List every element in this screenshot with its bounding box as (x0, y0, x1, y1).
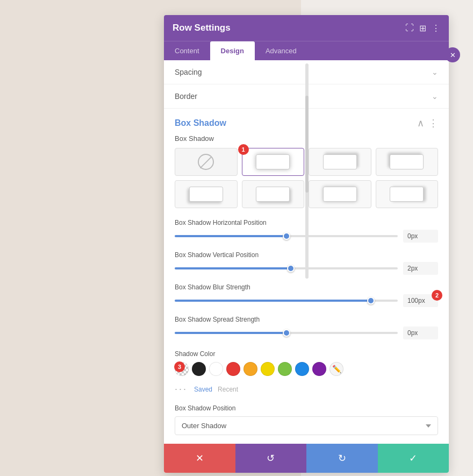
color-swatch-pencil[interactable]: ✏️ (329, 362, 343, 376)
slider-blur-thumb[interactable] (367, 297, 375, 304)
slider-spread-thumb[interactable] (283, 329, 290, 337)
color-swatch-checker[interactable]: 3 (175, 362, 189, 376)
slider-blur-fill (175, 300, 371, 302)
badge-3: 3 (174, 361, 185, 372)
color-swatch-purple[interactable] (312, 362, 326, 376)
tab-design[interactable]: Design (210, 41, 255, 60)
shadow-option-all-sides[interactable] (309, 180, 371, 208)
palette-tab-saved[interactable]: Saved (194, 386, 212, 393)
panel-header: Row Settings ⛶ ⊞ ⋮ (164, 15, 449, 41)
slider-spread-fill (175, 332, 286, 334)
more-icon[interactable]: ⋮ (432, 23, 440, 33)
shadow-option-right-only[interactable] (376, 180, 439, 208)
slider-horizontal-track[interactable] (175, 235, 398, 237)
shadow-inner-all-sides (323, 187, 357, 202)
box-shadow-controls: ∧ ⋮ (417, 117, 438, 129)
shadow-inner-top-left (390, 154, 424, 169)
slider-blur-track[interactable] (175, 300, 398, 302)
panel-title: Row Settings (173, 23, 231, 33)
tab-content[interactable]: Content (164, 41, 210, 60)
color-swatch-orange[interactable] (243, 362, 257, 376)
redo-button[interactable]: ↻ (306, 444, 378, 473)
box-shadow-more[interactable]: ⋮ (428, 117, 438, 129)
color-swatch-red[interactable] (226, 362, 240, 376)
border-chevron: ⌄ (432, 92, 438, 101)
header-icons: ⛶ ⊞ ⋮ (405, 23, 440, 33)
slider-vertical-value[interactable] (403, 262, 438, 275)
spacing-label: Spacing (175, 68, 202, 76)
fullscreen-icon[interactable]: ⛶ (405, 23, 414, 33)
scrollbar-track (305, 63, 309, 279)
tab-advanced[interactable]: Advanced (255, 41, 307, 60)
shadow-option-bottom-right[interactable] (242, 180, 305, 208)
shadow-option-top-left[interactable] (376, 148, 439, 176)
box-shadow-title: Box Shadow (175, 118, 226, 128)
slider-horizontal-thumb[interactable] (283, 232, 290, 240)
color-swatch-yellow[interactable] (261, 362, 275, 376)
color-swatch-green[interactable] (278, 362, 292, 376)
badge-2: 2 (432, 290, 442, 301)
undo-button[interactable]: ↺ (235, 444, 307, 473)
spacing-chevron: ⌄ (432, 68, 438, 76)
shadow-inner-selected (256, 154, 290, 169)
color-swatch-white[interactable] (209, 362, 223, 376)
shadow-option-bottom-left[interactable] (175, 180, 238, 208)
slider-spread-value[interactable] (403, 326, 438, 339)
scrollbar-thumb[interactable] (305, 96, 309, 193)
palette-dots[interactable]: ··· (175, 383, 188, 395)
tabs-bar: Content Design Advanced (164, 41, 449, 60)
badge-1: 1 (238, 144, 249, 155)
scrollbar (305, 63, 309, 476)
slider-horizontal-value[interactable] (403, 230, 438, 243)
slider-vertical-thumb[interactable] (287, 265, 295, 272)
color-swatch-black[interactable] (192, 362, 206, 376)
shadow-option-none[interactable] (175, 148, 238, 176)
shadow-inner-bottom-right (256, 187, 290, 202)
cancel-button[interactable]: ✕ (164, 444, 235, 473)
slider-vertical-fill (175, 267, 291, 269)
shadow-inner-top-right (323, 154, 357, 169)
border-label: Border (175, 92, 197, 101)
close-button-outside[interactable]: ✕ (445, 47, 460, 62)
shadow-option-top-right[interactable] (309, 148, 371, 176)
palette-tab-recent[interactable]: Recent (218, 386, 238, 393)
slider-vertical-track[interactable] (175, 267, 398, 269)
layout-icon[interactable]: ⊞ (419, 23, 426, 33)
box-shadow-collapse[interactable]: ∧ (417, 117, 424, 129)
disabled-icon (198, 154, 214, 170)
shadow-inner-bottom-left (189, 187, 223, 202)
shadow-inner-right-only (390, 187, 424, 202)
slider-horizontal-fill (175, 235, 286, 237)
save-button[interactable]: ✓ (378, 444, 449, 473)
shadow-option-selected[interactable]: 1 (242, 148, 305, 176)
slider-spread-track[interactable] (175, 332, 398, 334)
